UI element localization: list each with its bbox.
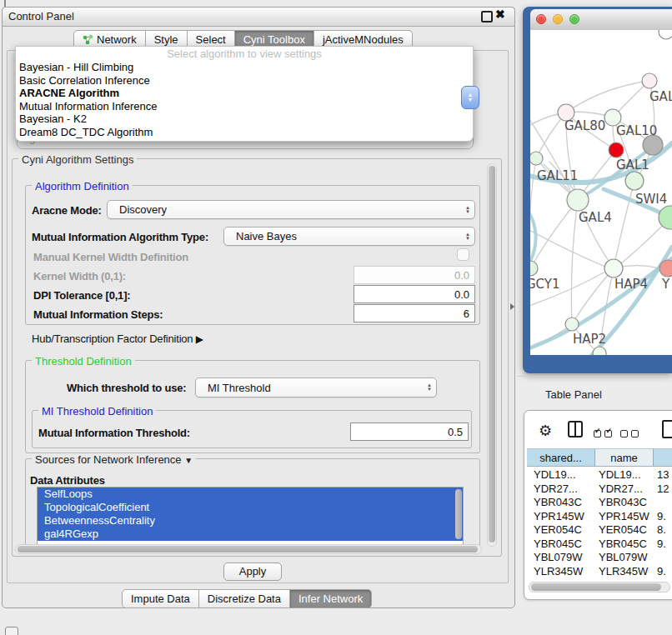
splitter-arrow-icon[interactable] [510, 303, 514, 310]
table-cell[interactable]: 8. [657, 523, 666, 536]
settings-horizontal-scrollbar[interactable] [15, 544, 482, 554]
close-traffic-light-icon[interactable] [536, 14, 546, 24]
algorithm-option[interactable]: Mutual Information Inference [16, 100, 473, 113]
focused-combo-arrows-icon[interactable]: ▲▼ [461, 86, 479, 109]
table-cell[interactable]: YPR145W [534, 510, 584, 522]
select-all-columns-icon[interactable]: ✓ ✓ [594, 426, 612, 441]
kernel-width-field[interactable]: 0.0 [354, 266, 475, 284]
network-node-gcy1[interactable] [530, 261, 538, 276]
float-window-icon[interactable] [481, 11, 493, 22]
algorithm-option[interactable]: Basic Correlation Inference [16, 74, 473, 88]
table-cell[interactable]: YIL052C [534, 578, 576, 580]
network-node-gal4[interactable] [567, 189, 589, 211]
data-attribute-item[interactable]: BetweennessCentrality [38, 514, 463, 528]
table-cell[interactable]: YDR27... [599, 482, 643, 495]
table-cell[interactable]: YER054C [599, 523, 647, 536]
node-label: Y [661, 277, 670, 292]
data-attribute-item[interactable]: gal4RGexp [38, 528, 463, 541]
mi-type-combo[interactable]: Naive Bayes ▲▼ [223, 227, 475, 246]
network-node-gal11[interactable] [530, 152, 543, 165]
table-cell[interactable]: 13 [657, 468, 669, 481]
network-node-y[interactable] [659, 260, 672, 277]
expanded-arrow-icon: ▼ [184, 456, 193, 465]
algorithm-option[interactable]: Bayesian - K2 [16, 112, 473, 126]
aracne-mode-label: Aracne Mode: [32, 204, 102, 217]
zoom-traffic-light-icon[interactable] [569, 14, 579, 24]
mi-steps-field[interactable]: 6 [354, 304, 475, 322]
control-panel-titlebar [2, 7, 515, 27]
table-cell[interactable]: YDL19... [534, 468, 576, 481]
column-header[interactable] [654, 448, 672, 467]
node-label: GAL4 [579, 210, 612, 225]
network-node[interactable] [659, 30, 672, 39]
which-threshold-value: MI Threshold [196, 382, 423, 394]
column-header[interactable]: shared... [527, 448, 595, 467]
tab-infer-network[interactable]: Infer Network [290, 589, 372, 608]
table-cell[interactable]: YBR043C [599, 496, 647, 508]
apply-button[interactable]: Apply [223, 562, 282, 581]
algorithm-definition-title: Algorithm Definition [32, 180, 133, 192]
tab-impute-data[interactable]: Impute Data [122, 589, 199, 608]
network-node-gal2[interactable] [642, 73, 657, 88]
tab-discretize-data[interactable]: Discretize Data [199, 589, 290, 608]
table-panel-title: Table Panel [545, 388, 602, 401]
table-cell[interactable]: 12 [657, 482, 669, 495]
network-node-gal1[interactable] [609, 142, 624, 158]
table-cell[interactable]: YDR27... [534, 482, 578, 495]
data-attributes-list[interactable]: SelfLoopsTopologicalCoefficientBetweenne… [37, 487, 464, 545]
dpi-tolerance-field[interactable]: 0.0 [354, 285, 475, 303]
panel-divider [517, 376, 672, 377]
table-cell[interactable]: 9. [657, 510, 666, 522]
close-icon[interactable]: ✖ [495, 8, 505, 21]
manual-kernel-label: Manual Kernel Width Definition [33, 251, 188, 263]
table-cell[interactable]: YER054C [534, 523, 582, 536]
deselect-columns-icon[interactable] [620, 426, 639, 441]
mi-type-label: Mutual Information Algorithm Type: [32, 231, 208, 243]
table-cell[interactable]: YBR045C [534, 538, 582, 550]
network-canvas[interactable]: GAL2GAL80GAL10GAL1GAL11SWI4GAL4GCY1HAP4Y… [530, 30, 672, 355]
table-file-icon[interactable] [662, 420, 672, 438]
algorithm-option[interactable]: ARACNE Algorithm [16, 87, 473, 100]
table-cell[interactable]: YBL079W [599, 551, 648, 563]
algorithm-option[interactable]: Dream8 DC_TDC Algorithm [16, 126, 473, 139]
column-header[interactable]: name [595, 448, 654, 467]
table-cell[interactable]: YLR345W [534, 565, 583, 578]
settings-gear-icon[interactable]: ⚙ [539, 422, 552, 440]
network-node-swi4[interactable] [625, 172, 644, 190]
mi-threshold-field[interactable]: 0.5 [350, 422, 469, 441]
algorithm-option[interactable]: Bayesian - Hill Climbing [16, 61, 473, 74]
manual-kernel-checkbox[interactable] [457, 248, 469, 261]
combo-arrows-icon: ▲▼ [423, 383, 436, 392]
which-threshold-combo[interactable]: MI Threshold ▲▼ [195, 378, 437, 398]
table-cell[interactable]: YBR045C [599, 538, 647, 550]
data-attribute-item[interactable]: TopologicalCoefficient [38, 501, 463, 514]
table-cell[interactable]: YBL079W [534, 551, 583, 563]
aracne-mode-combo[interactable]: Discovery ▲▼ [107, 200, 475, 219]
table-cell[interactable]: YBR043C [534, 496, 582, 508]
settings-vertical-scrollbar[interactable] [487, 163, 497, 547]
column-layout-icon[interactable] [568, 421, 583, 438]
hub-definition-toggle[interactable]: Hub/Transcription Factor Definition ▶ [32, 332, 203, 345]
attr-list-scrollbar[interactable] [455, 489, 462, 541]
network-node-hap2[interactable] [565, 318, 579, 331]
sources-title[interactable]: Sources for Network Inference ▼ [32, 453, 196, 466]
screen: { "window": { "title": "Control Panel" }… [0, 0, 672, 635]
minimize-traffic-light-icon[interactable] [553, 14, 563, 24]
table-horizontal-scrollbar[interactable] [529, 582, 670, 592]
node-label: HAP2 [573, 332, 606, 347]
table-cell[interactable]: 9. [657, 565, 666, 578]
table-cell[interactable]: YIL052C [599, 578, 641, 580]
network-node[interactable] [659, 206, 672, 229]
table-cell[interactable]: 9 [657, 578, 663, 580]
network-window-titlebar[interactable] [530, 9, 672, 31]
table-cell[interactable]: 9. [657, 538, 666, 550]
which-threshold-label: Which threshold to use: [67, 382, 186, 394]
table-cell[interactable]: YPR145W [599, 510, 649, 522]
table-cell[interactable]: YLR345W [599, 565, 648, 578]
network-node-hap4[interactable] [604, 259, 623, 278]
data-attribute-item[interactable]: SelfLoops [38, 488, 463, 501]
network-graph: GAL2GAL80GAL10GAL1GAL11SWI4GAL4GCY1HAP4Y… [530, 30, 672, 355]
network-node[interactable] [593, 347, 606, 355]
minimized-panel-icon[interactable] [5, 627, 18, 635]
table-cell[interactable]: YDL19... [599, 468, 641, 481]
